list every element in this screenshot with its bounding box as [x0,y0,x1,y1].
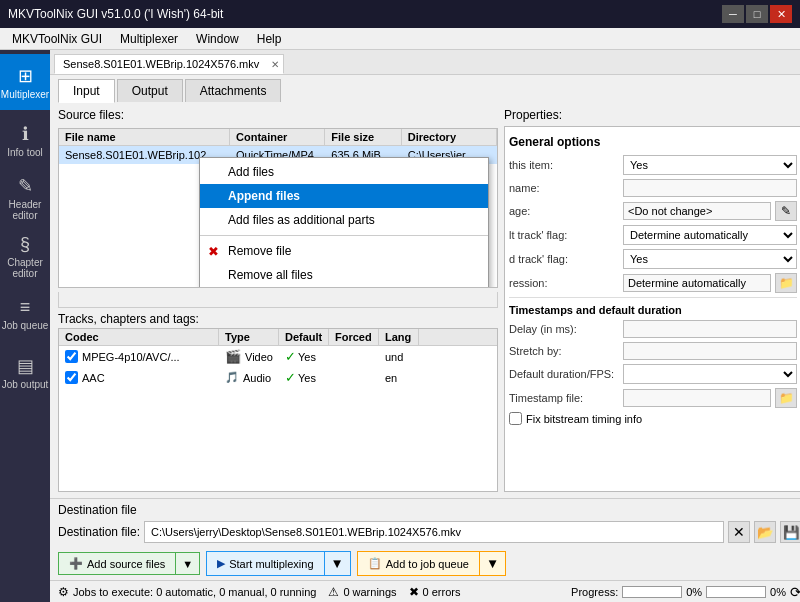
prop-label-d-track: d track' flag: [509,253,619,265]
add-job-group: 📋 Add to job queue ▼ [357,551,506,576]
status-progress: Progress: 0% 0% ⟳ [571,584,800,600]
ctx-add-files-label: Add files [228,165,274,179]
prop-checkbox-fix-bitstream[interactable] [509,412,522,425]
start-mux-arrow[interactable]: ▼ [325,551,351,576]
prop-btn-ression[interactable]: 📁 [775,273,797,293]
progress-label: Progress: [571,586,618,598]
sidebar-item-info-tool[interactable]: ℹ Info tool [0,112,50,168]
add-source-icon: ➕ [69,557,83,570]
dest-section-label: Destination file [58,503,800,517]
sidebar-item-job-output[interactable]: ▤ Job output [0,344,50,400]
prop-input-stretch[interactable] [623,342,797,360]
track-default-audio: ✓ Yes [279,369,329,386]
menu-window[interactable]: Window [188,30,247,48]
ctx-add-files[interactable]: Add files [200,160,488,184]
start-mux-group: ▶ Start multiplexing ▼ [206,551,351,576]
track-default-video: ✓ Yes [279,348,329,365]
add-source-button[interactable]: ➕ Add source files [58,552,176,575]
status-errors-text: 0 errors [423,586,461,598]
prop-row-fix-bitstream: Fix bitstream timing info [509,412,797,425]
track-checkbox-audio[interactable] [65,371,78,384]
prop-select-lt-track[interactable]: Determine automatically [623,225,797,245]
track-row-audio[interactable]: AAC 🎵 Audio ✓ Yes en [59,367,497,388]
dest-save-button[interactable]: 💾 [780,521,800,543]
ctx-remove-all[interactable]: Remove all files [200,263,488,287]
minimize-button[interactable]: ─ [722,5,744,23]
track-checkbox-video[interactable] [65,350,78,363]
status-jobs-text: Jobs to execute: 0 automatic, 0 manual, … [73,586,316,598]
track-codec-video: MPEG-4p10/AVC/... [59,349,219,364]
dest-field-label: Destination file: [58,525,140,539]
prop-select-default-duration[interactable] [623,364,797,384]
prop-select-this-item[interactable]: Yes [623,155,797,175]
maximize-button[interactable]: □ [746,5,768,23]
col-codec-header: Codec [59,329,219,345]
remove-icon: ✖ [208,244,219,259]
prop-select-d-track[interactable]: Yes [623,249,797,269]
prop-btn-timestamp-file[interactable]: 📁 [775,388,797,408]
ctx-remove-file[interactable]: ✖ Remove file [200,239,488,263]
col-container-header: Container [230,129,325,145]
file-tab[interactable]: Sense8.S01E01.WEBrip.1024X576.mkv ✕ [54,54,284,74]
status-bar: ⚙ Jobs to execute: 0 automatic, 0 manual… [50,580,800,602]
dest-input[interactable] [144,521,724,543]
sidebar-item-header-editor[interactable]: ✎ Header editor [0,170,50,226]
tab-input[interactable]: Input [58,79,115,103]
menu-mkvtoolnix[interactable]: MKVToolNix GUI [4,30,110,48]
title-bar: MKVToolNix GUI v51.0.0 ('I Wish') 64-bit… [0,0,800,28]
file-tab-label: Sense8.S01E01.WEBrip.1024X576.mkv [63,58,259,70]
start-mux-button[interactable]: ▶ Start multiplexing [206,551,324,576]
col-filesize-header: File size [325,129,401,145]
job-output-icon: ▤ [17,355,34,377]
menu-help[interactable]: Help [249,30,290,48]
add-job-button[interactable]: 📋 Add to job queue [357,551,480,576]
prop-input-timestamp-file[interactable] [623,389,771,407]
ctx-add-additional[interactable]: Add files as additional parts [200,208,488,232]
menu-multiplexer[interactable]: Multiplexer [112,30,186,48]
prop-input-ression[interactable] [623,274,771,292]
status-warnings: ⚠ 0 warnings [328,585,396,599]
tab-output[interactable]: Output [117,79,183,102]
prop-input-delay[interactable] [623,320,797,338]
prop-row-delay: Delay (in ms): [509,320,797,338]
prop-input-age[interactable] [623,202,771,220]
dest-section: Destination file Destination file: ✕ 📂 💾 [50,498,800,547]
progress-bar-2 [706,586,766,598]
add-job-arrow[interactable]: ▼ [480,551,506,576]
prop-btn-age[interactable]: ✎ [775,201,797,221]
dest-clear-button[interactable]: ✕ [728,521,750,543]
add-source-arrow[interactable]: ▼ [176,552,200,575]
sidebar-item-job-queue[interactable]: ≡ Job queue [0,286,50,342]
add-source-group: ➕ Add source files ▼ [58,552,200,575]
sidebar-item-chapter-editor[interactable]: § Chapter editor [0,228,50,284]
track-type-audio: 🎵 Audio [219,370,279,385]
main-content: Sense8.S01E01.WEBrip.1024X576.mkv ✕ Inpu… [50,50,800,602]
progress-value-1: 0% [686,586,702,598]
tracks-header: Codec Type Default Forced Lang [59,329,497,346]
file-list-scrollbar[interactable] [58,292,498,308]
ctx-add-additional-label: Add files as additional parts [228,213,375,227]
track-row-video[interactable]: MPEG-4p10/AVC/... 🎬 Video ✓ Yes [59,346,497,367]
file-tab-close[interactable]: ✕ [271,59,279,70]
close-button[interactable]: ✕ [770,5,792,23]
ctx-remove-file-label: Remove file [228,244,291,258]
add-job-label: Add to job queue [386,558,469,570]
prop-label-lt-track: lt track' flag: [509,229,619,241]
properties-box[interactable]: General options this item: Yes name: age… [504,126,800,492]
sidebar-label-multiplexer: Multiplexer [1,89,49,100]
sidebar-label-header-editor: Header editor [0,199,50,221]
sidebar-item-multiplexer[interactable]: ⊞ Multiplexer [0,54,50,110]
dest-open-button[interactable]: 📂 [754,521,776,543]
tracks-section: Tracks, chapters and tags: Codec Type De… [58,312,498,492]
tab-attachments[interactable]: Attachments [185,79,282,102]
tracks-list[interactable]: Codec Type Default Forced Lang MPEG-4p10… [58,328,498,492]
ctx-append-files[interactable]: Append files [200,184,488,208]
track-codec-audio: AAC [59,370,219,385]
file-list[interactable]: File name Container File size Directory … [58,128,498,288]
prop-row-timestamp-file: Timestamp file: 📁 [509,388,797,408]
title-bar-text: MKVToolNix GUI v51.0.0 ('I Wish') 64-bit [8,7,223,21]
warning-icon: ⚠ [328,585,339,599]
col-lang-header: Lang [379,329,419,345]
header-editor-icon: ✎ [18,175,33,197]
prop-input-name[interactable] [623,179,797,197]
